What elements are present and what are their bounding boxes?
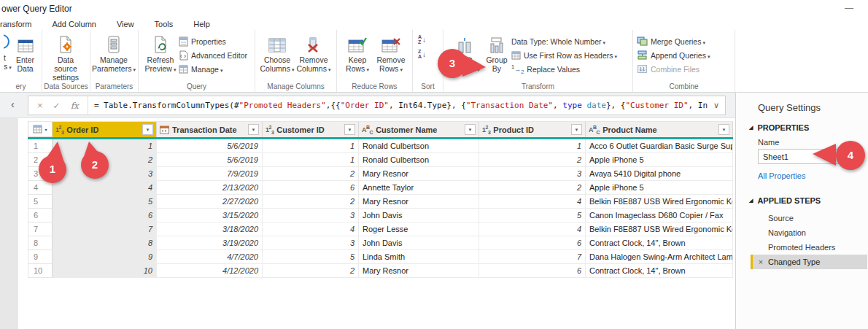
cell-product-id[interactable]: 2: [479, 153, 586, 167]
filter-button[interactable]: ▼: [344, 124, 355, 135]
cell-customer-id[interactable]: 4: [263, 222, 359, 236]
manage-query-button[interactable]: Manage▾: [179, 62, 247, 76]
filter-button[interactable]: ▼: [142, 124, 153, 135]
cell-customer-name[interactable]: Ronald Culbertson: [359, 153, 479, 167]
enter-data-button[interactable]: Enter Data: [12, 32, 38, 75]
cell-customer-id[interactable]: 2: [263, 264, 359, 278]
commit-formula-icon[interactable]: ✓: [53, 101, 61, 111]
cell-customer-id[interactable]: 3: [263, 209, 359, 222]
use-first-row-as-headers-button[interactable]: Use First Row as Headers▾: [511, 48, 617, 62]
row-number[interactable]: 5: [28, 195, 53, 209]
applied-step-navigation[interactable]: Navigation: [751, 225, 867, 240]
cell-product-id[interactable]: 1: [479, 139, 586, 153]
cell-product-name[interactable]: Apple iPhone 5: [586, 153, 733, 167]
remove-rows-button[interactable]: Remove Rows▾: [374, 32, 408, 77]
cell-transaction-date[interactable]: 2/13/2020: [157, 181, 263, 195]
filter-button[interactable]: ▼: [571, 124, 582, 135]
row-number[interactable]: 7: [28, 222, 53, 236]
append-queries-button[interactable]: Append Queries▾: [637, 48, 710, 62]
cell-order-id[interactable]: 5: [53, 195, 157, 209]
cell-product-name[interactable]: Contract Clock, 14", Brown: [586, 236, 733, 250]
column-header-transaction-date[interactable]: Transaction Date▼: [157, 121, 263, 137]
cell-product-id[interactable]: 7: [479, 250, 586, 264]
remove-columns-button[interactable]: Remove Columns▾: [295, 32, 332, 77]
manage-parameters-button[interactable]: Manage Parameters▾: [94, 32, 133, 77]
cell-product-name[interactable]: Apple iPhone 5: [586, 181, 733, 195]
select-all-button[interactable]: ▾: [28, 121, 53, 137]
cell-customer-id[interactable]: 2: [263, 195, 359, 209]
keep-rows-button[interactable]: Keep Rows▾: [341, 32, 374, 77]
tab-tools[interactable]: Tools: [144, 20, 184, 28]
cell-product-id[interactable]: 4: [479, 222, 586, 236]
sort-ascending-button[interactable]: AZ ↓: [416, 32, 427, 47]
cell-order-id[interactable]: 8: [53, 236, 157, 250]
cell-customer-id[interactable]: 1: [263, 153, 359, 167]
recent-sources-button-clipped[interactable]: t s▾: [4, 32, 12, 72]
cell-product-id[interactable]: 5: [479, 209, 586, 222]
delete-step-icon[interactable]: ×: [755, 258, 767, 266]
combine-files-button[interactable]: Combine Files: [637, 62, 710, 76]
advanced-editor-button[interactable]: Advanced Editor: [179, 48, 247, 62]
cell-customer-name[interactable]: Linda Smith: [359, 250, 479, 264]
data-type-button[interactable]: Data Type: Whole Number▾: [511, 34, 617, 48]
collapse-queries-pane-icon[interactable]: ‹: [11, 98, 15, 110]
cell-customer-name[interactable]: Mary Resnor: [359, 167, 479, 181]
row-number[interactable]: 9: [28, 250, 53, 264]
cell-product-name[interactable]: Avaya 5410 Digital phone: [586, 167, 733, 181]
tab-transform[interactable]: ransform: [0, 20, 42, 28]
filter-button[interactable]: ▼: [465, 124, 476, 135]
cell-order-id[interactable]: 6: [53, 209, 157, 222]
cell-product-name[interactable]: Belkin F8E887 USB Wired Ergonomic Keyboa…: [586, 222, 733, 236]
column-header-customer-id[interactable]: 123Customer ID▼: [263, 121, 359, 137]
cell-customer-id[interactable]: 1: [263, 139, 359, 153]
cell-customer-name[interactable]: Ronald Culbertson: [359, 139, 479, 153]
choose-columns-button[interactable]: Choose Columns▾: [259, 32, 295, 77]
minimize-icon[interactable]: —: [842, 1, 856, 15]
filter-button[interactable]: ▼: [718, 124, 729, 135]
data-source-settings-button[interactable]: Data source settings: [46, 32, 85, 84]
cell-product-id[interactable]: 6: [479, 236, 586, 250]
cell-transaction-date[interactable]: 3/15/2020: [157, 209, 263, 222]
cell-transaction-date[interactable]: 5/6/2019: [157, 153, 263, 167]
cell-customer-name[interactable]: John Davis: [359, 209, 479, 222]
cell-customer-name[interactable]: Roger Lesse: [359, 222, 479, 236]
cell-customer-name[interactable]: John Davis: [359, 236, 479, 250]
cell-transaction-date[interactable]: 3/19/2020: [157, 236, 263, 250]
cell-customer-name[interactable]: Mary Resnor: [359, 195, 479, 209]
cell-transaction-date[interactable]: 3/18/2020: [157, 222, 263, 236]
cell-customer-id[interactable]: 6: [263, 181, 359, 195]
tab-view[interactable]: View: [106, 20, 144, 28]
sort-descending-button[interactable]: ZA ↓: [416, 47, 427, 61]
applied-step-promoted-headers[interactable]: Promoted Headers: [751, 240, 867, 255]
properties-button[interactable]: Properties: [179, 34, 247, 48]
cell-order-id[interactable]: 9: [53, 250, 157, 264]
formula-input[interactable]: = Table.TransformColumnTypes(#"Promoted …: [88, 101, 708, 110]
cell-customer-name[interactable]: Annette Taylor: [359, 181, 479, 195]
cell-product-name[interactable]: Dana Halogen Swing-Arm Architect Lamp: [586, 250, 733, 264]
row-number[interactable]: 10: [28, 264, 53, 278]
replace-values-button[interactable]: 1→2 Replace Values: [511, 62, 617, 76]
column-header-product-id[interactable]: 123Product ID▼: [479, 121, 586, 137]
cell-transaction-date[interactable]: 4/12/2020: [157, 264, 263, 278]
applied-steps-header[interactable]: ◢ APPLIED STEPS: [749, 196, 868, 205]
expand-formula-icon[interactable]: ∨: [708, 101, 725, 110]
queries-pane-collapsed[interactable]: [0, 118, 18, 329]
tab-help[interactable]: Help: [183, 20, 220, 28]
merge-queries-button[interactable]: Merge Queries▾: [637, 34, 710, 48]
row-number[interactable]: 8: [28, 236, 53, 250]
cell-product-id[interactable]: 6: [479, 264, 586, 278]
tab-add-column[interactable]: Add Column: [42, 20, 106, 28]
applied-step-changed-type[interactable]: ×Changed Type: [751, 255, 867, 269]
cell-product-name[interactable]: Acco 6 Outlet Guardian Basic Surge Suppr…: [586, 139, 733, 153]
cell-customer-id[interactable]: 3: [263, 236, 359, 250]
cell-transaction-date[interactable]: 2/27/2020: [157, 195, 263, 209]
filter-button[interactable]: ▼: [248, 124, 259, 135]
row-number[interactable]: 6: [28, 209, 53, 222]
cell-customer-name[interactable]: Mary Resnor: [359, 264, 479, 278]
cell-customer-id[interactable]: 5: [263, 250, 359, 264]
cell-order-id[interactable]: 10: [53, 264, 157, 278]
cell-product-id[interactable]: 4: [479, 195, 586, 209]
cancel-formula-icon[interactable]: ×: [37, 100, 43, 111]
cell-transaction-date[interactable]: 4/7/2020: [157, 250, 263, 264]
cell-customer-id[interactable]: 2: [263, 167, 359, 181]
